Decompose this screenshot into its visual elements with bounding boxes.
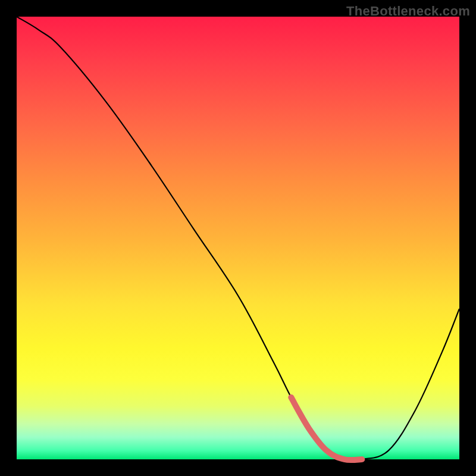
curve-path <box>17 17 459 461</box>
chart-frame: TheBottleneck.com <box>0 0 476 476</box>
bottleneck-curve <box>17 17 459 459</box>
watermark-text: TheBottleneck.com <box>346 4 470 19</box>
curve-highlight <box>291 397 362 460</box>
plot-area <box>17 17 459 459</box>
